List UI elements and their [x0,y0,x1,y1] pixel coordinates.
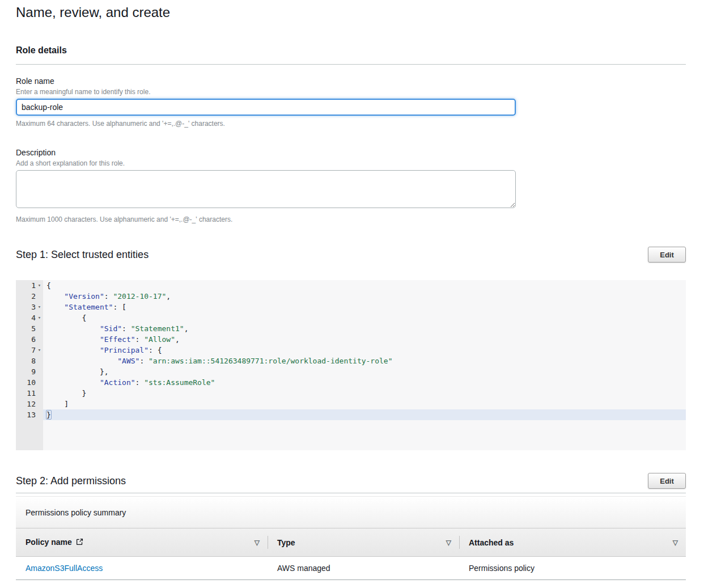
description-label: Description [16,148,686,158]
fold-arrow-icon[interactable]: ▾ [36,345,43,356]
description-constraint: Maximum 1000 characters. Use alphanumeri… [16,215,686,223]
policy-name-link[interactable]: AmazonS3FullAccess [26,564,103,573]
name-review-create-page: Name, review, and create Role details Ro… [16,5,686,580]
column-header-policy-name[interactable]: Policy name ▽ [16,528,268,556]
step2-edit-button[interactable]: Edit [648,473,686,489]
step1-edit-button[interactable]: Edit [648,247,686,263]
trust-policy-code-editor[interactable]: 1▾{2 "Version": "2012-10-17",3▾ "Stateme… [16,280,686,450]
code-line: 4▾ { [16,312,686,323]
role-details-heading: Role details [16,45,686,56]
fold-arrow-spacer [36,409,43,420]
code-line: 9 }, [16,366,686,377]
role-name-constraint: Maximum 64 characters. Use alphanumeric … [16,120,686,128]
column-header-attached-as[interactable]: Attached as ▽ [459,528,686,556]
step1-header: Step 1: Select trusted entities Edit [16,247,686,263]
fold-arrow-spacer [36,291,43,302]
policy-type-cell: AWS managed [268,557,459,579]
step2-heading: Step 2: Add permissions [16,474,126,488]
line-number: 8 [16,356,43,366]
role-name-input[interactable] [16,99,516,116]
line-number: 12 [16,399,43,409]
line-number: 9 [16,366,43,377]
type-column-label: Type [277,538,295,547]
sort-down-icon: ▽ [446,539,451,547]
fold-arrow-spacer [36,377,43,388]
attached-as-column-label: Attached as [469,538,514,547]
code-line: 11 } [16,388,686,399]
permissions-table-body: AmazonS3FullAccessAWS managedPermissions… [16,557,686,580]
page-title: Name, review, and create [16,5,686,20]
fold-arrow-icon[interactable]: ▾ [36,312,43,323]
column-header-type[interactable]: Type ▽ [268,528,459,556]
code-line: 8 "AWS": "arn:aws:iam::541263489771:role… [16,356,686,366]
code-line: 5 "Sid": "Statement1", [16,323,686,334]
code-line: 6 "Effect": "Allow", [16,334,686,345]
fold-arrow-spacer [36,388,43,399]
line-number: 5 [16,323,43,334]
line-number: 1▾ [16,280,43,291]
code-line: 10 "Action": "sts:AssumeRole" [16,377,686,388]
policy-name-cell: AmazonS3FullAccess [16,557,268,579]
attached-as-cell: Permissions policy [459,557,686,579]
permissions-table-header: Policy name ▽ Type ▽ Attached as ▽ [16,528,686,557]
permissions-summary-panel: Permissions policy summary Policy name ▽… [16,496,686,580]
fold-arrow-spacer [36,334,43,345]
table-row: AmazonS3FullAccessAWS managedPermissions… [16,557,686,580]
fold-arrow-spacer [36,323,43,334]
code-line: 13} [16,409,686,420]
step1-heading: Step 1: Select trusted entities [16,248,149,261]
line-number: 6 [16,334,43,345]
code-line: 7▾ "Principal": { [16,345,686,356]
code-line: 1▾{ [16,280,686,291]
line-number: 2 [16,291,43,302]
line-number: 4▾ [16,312,43,323]
line-number: 11 [16,388,43,399]
fold-arrow-icon[interactable]: ▾ [36,280,43,291]
code-line: 2 "Version": "2012-10-17", [16,291,686,302]
fold-arrow-spacer [36,366,43,377]
sort-down-icon: ▽ [255,539,260,547]
fold-arrow-spacer [36,356,43,366]
role-name-hint: Enter a meaningful name to identify this… [16,88,686,96]
line-number: 10 [16,377,43,388]
code-line: 12 ] [16,399,686,409]
permissions-table: Policy name ▽ Type ▽ Attached as ▽ Amazo… [16,528,686,580]
fold-arrow-icon[interactable]: ▾ [36,302,43,312]
step2-divider [16,493,686,493]
line-number: 3▾ [16,302,43,312]
role-name-label: Role name [16,77,686,86]
line-number: 13 [16,409,43,420]
step2-header: Step 2: Add permissions Edit [16,473,686,489]
description-hint: Add a short explanation for this role. [16,159,686,167]
sort-down-icon: ▽ [673,539,678,547]
fold-arrow-spacer [36,399,43,409]
editor-lines: 1▾{2 "Version": "2012-10-17",3▾ "Stateme… [16,280,686,420]
external-link-icon [76,538,83,547]
permissions-summary-title: Permissions policy summary [16,496,686,528]
policy-name-column-label: Policy name [26,538,72,547]
section-divider [16,64,686,65]
code-line: 3▾ "Statement": [ [16,302,686,312]
description-textarea[interactable] [16,170,516,208]
line-number: 7▾ [16,345,43,356]
